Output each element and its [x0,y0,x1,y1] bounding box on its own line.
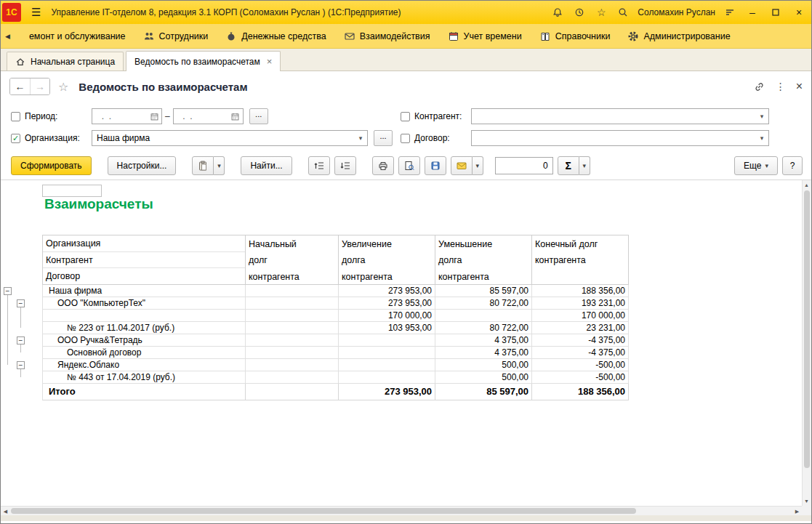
section-money[interactable]: Денежные средства [225,31,326,42]
cell-increase[interactable]: 103 953,00 [339,322,435,334]
expander-minus[interactable]: − [17,361,25,369]
cell-total-final[interactable]: 188 356,00 [532,384,629,400]
cell-final[interactable]: 23 231,00 [532,322,629,334]
mail-dropdown-icon[interactable]: ▾ [473,156,483,175]
spreadsheet-area[interactable]: Взаиморасчеты − − − − Организация Контра… [1,180,802,506]
scroll-up-icon[interactable]: ▲ [802,180,811,190]
more-button[interactable]: Еще ▾ [734,156,778,175]
cell-decrease[interactable]: 80 722,00 [435,297,532,310]
mail-icon[interactable] [451,156,473,175]
organization-combo[interactable]: Наша фирма ▾ [92,130,368,146]
section-interactions[interactable]: Взаимодействия [344,31,430,42]
horizontal-scroll-thumb[interactable] [11,508,636,514]
generate-button[interactable]: Сформировать [11,156,92,175]
period-from-input[interactable]: . . [92,108,162,124]
cell-final[interactable]: -4 375,00 [532,334,629,347]
hamburger-menu-icon[interactable]: ☰ [27,6,45,19]
section-catalogs[interactable]: Справочники [539,31,611,42]
cell-initial[interactable] [246,310,339,322]
section-repair[interactable]: емонт и обслуживание [29,31,126,41]
forward-button[interactable]: → [30,78,49,94]
cell-final[interactable]: 193 231,00 [532,297,629,310]
cell-increase[interactable] [339,334,435,347]
scroll-left-icon[interactable]: ◀ [1,507,10,516]
organization-checkbox[interactable]: ✓ [11,134,20,143]
cell-final[interactable]: 188 356,00 [532,285,629,297]
cell-increase[interactable] [339,359,435,371]
cell-increase[interactable]: 170 000,00 [339,310,435,322]
cell-initial[interactable] [246,359,339,371]
cell-final[interactable]: -4 375,00 [532,347,629,359]
cell-final[interactable]: -500,00 [532,371,629,384]
cell-decrease[interactable] [435,310,532,322]
cell-final[interactable]: 170 000,00 [532,310,629,322]
tab-close-icon[interactable]: × [267,56,273,67]
cell-name[interactable]: № 443 от 17.04.2019 (руб.) [42,371,246,384]
expander-minus[interactable]: − [17,336,25,344]
add-to-favorites-star-icon[interactable]: ☆ [58,80,68,94]
settings-button[interactable]: Настройки... [108,156,177,175]
minimize-button[interactable]: – [744,5,760,20]
expander-minus[interactable]: − [17,299,25,307]
cell-increase[interactable] [339,347,435,359]
favorites-star-icon[interactable]: ☆ [594,5,608,20]
cell-total-initial[interactable] [246,384,339,400]
chevron-down-icon[interactable]: ▾ [755,113,768,120]
contragent-checkbox[interactable] [401,112,410,121]
sum-dropdown-icon[interactable]: ▾ [579,156,590,175]
collapse-groups-button[interactable] [308,156,330,175]
vertical-scrollbar[interactable]: ▲ ▼ [802,180,811,506]
tab-report[interactable]: Ведомость по взаиморасчетам × [126,51,281,71]
contract-checkbox[interactable] [401,134,410,143]
save-button[interactable] [425,156,446,175]
organization-more-button[interactable]: ... [374,130,393,146]
get-link-icon[interactable] [753,81,765,93]
cell-total-increase[interactable]: 273 953,00 [339,384,435,400]
period-checkbox[interactable] [11,112,20,121]
cell-decrease[interactable]: 500,00 [435,359,532,371]
cell-decrease[interactable]: 4 375,00 [435,347,532,359]
cell-increase[interactable]: 273 953,00 [339,285,435,297]
vertical-scroll-thumb[interactable] [804,190,810,468]
cell-name[interactable]: № 223 от 11.04.2017 (руб.) [42,322,246,334]
find-button[interactable]: Найти... [241,156,292,175]
calendar-picker-icon[interactable] [147,109,161,124]
cell-decrease[interactable]: 4 375,00 [435,334,532,347]
cell-name[interactable]: Яндекс.Облако [42,359,246,371]
scroll-right-icon[interactable]: ▶ [792,507,802,516]
more-actions-icon[interactable]: ⋮ [776,81,786,92]
expand-groups-button[interactable] [334,156,356,175]
cell-name[interactable]: Наша фирма [42,285,246,297]
cell-increase[interactable]: 273 953,00 [339,297,435,310]
cell-name[interactable] [42,310,246,322]
cell-name[interactable]: Основной договор [42,347,246,359]
scroll-down-icon[interactable]: ▼ [802,496,811,506]
sigma-sum-button[interactable]: Σ [558,156,579,175]
cell-initial[interactable] [246,334,339,347]
close-window-button[interactable]: × [791,5,807,20]
cell-name[interactable]: ООО Ручка&Тетрадь [42,334,246,347]
cell-final[interactable]: -500,00 [532,359,629,371]
section-administration[interactable]: Администрирование [627,31,730,42]
current-user[interactable]: Соломахин Руслан [638,7,715,17]
contragent-combo[interactable]: ▾ [471,108,769,124]
cell-initial[interactable] [246,371,339,384]
print-button[interactable] [372,156,394,175]
contract-combo[interactable]: ▾ [471,130,769,146]
panel-settings-icon[interactable] [723,5,737,20]
sum-field[interactable]: 0 [495,157,553,174]
expander-minus[interactable]: − [4,287,12,295]
sections-scroll-left-icon[interactable]: ◀ [4,31,12,41]
cell-initial[interactable] [246,347,339,359]
period-more-button[interactable]: ... [249,108,268,124]
cell-decrease[interactable]: 85 597,00 [435,285,532,297]
cell-initial[interactable] [246,285,339,297]
chevron-down-icon[interactable]: ▾ [354,134,367,142]
cell-initial[interactable] [246,297,339,310]
section-employees[interactable]: Сотрудники [143,31,209,42]
help-button[interactable]: ? [782,156,803,175]
close-report-icon[interactable]: × [796,80,803,93]
period-to-input[interactable]: . . [173,108,244,124]
search-icon[interactable] [616,5,630,20]
cell-decrease[interactable]: 500,00 [435,371,532,384]
